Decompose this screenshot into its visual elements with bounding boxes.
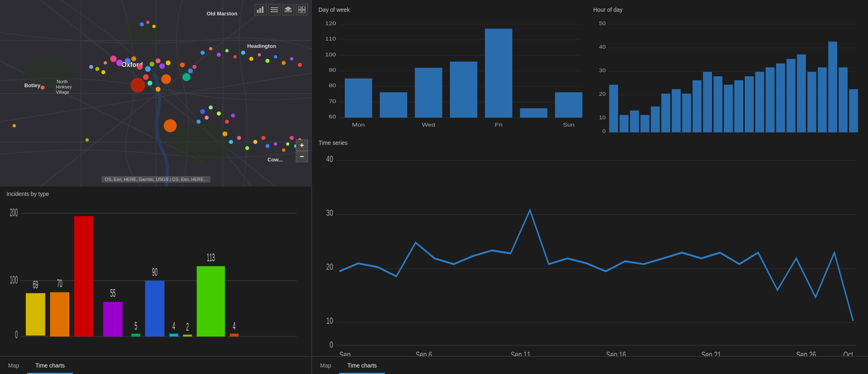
- svg-point-41: [197, 120, 201, 124]
- svg-point-50: [261, 136, 265, 140]
- svg-rect-129: [345, 78, 372, 117]
- svg-point-49: [253, 140, 257, 144]
- zoom-out-button[interactable]: −: [296, 151, 308, 162]
- svg-point-30: [156, 87, 160, 92]
- day-of-week-chart: Day of week 120 110 100 90 80 70 60: [319, 6, 587, 136]
- svg-text:60: 60: [329, 114, 336, 120]
- svg-rect-80: [271, 7, 278, 8]
- svg-point-33: [192, 65, 197, 69]
- map-svg: Old Marston Headington Oxford North Hink…: [0, 0, 312, 187]
- left-panel: Old Marston Headington Oxford North Hink…: [0, 0, 312, 374]
- svg-point-46: [229, 140, 233, 144]
- svg-rect-161: [703, 72, 712, 132]
- svg-point-15: [164, 119, 177, 132]
- svg-rect-88: [298, 10, 301, 13]
- svg-rect-167: [765, 67, 774, 132]
- svg-text:80: 80: [329, 83, 336, 88]
- svg-rect-153: [620, 115, 629, 132]
- svg-point-65: [258, 53, 261, 56]
- svg-point-39: [209, 105, 213, 110]
- svg-text:30: 30: [326, 208, 333, 218]
- svg-point-68: [282, 61, 286, 65]
- svg-rect-158: [672, 89, 681, 132]
- list-icon-btn[interactable]: [268, 4, 280, 15]
- svg-point-60: [217, 53, 221, 57]
- zoom-in-button[interactable]: +: [296, 140, 308, 151]
- svg-point-26: [159, 63, 165, 69]
- svg-text:0: 0: [602, 128, 605, 134]
- svg-point-47: [237, 136, 241, 140]
- svg-point-53: [282, 148, 285, 152]
- hour-of-day-chart: Hour of day 50 40 30 20 10 0: [593, 6, 862, 136]
- svg-text:0: 0: [609, 135, 612, 136]
- svg-text:70: 70: [329, 98, 336, 104]
- svg-rect-113: [230, 334, 239, 337]
- svg-point-64: [249, 57, 253, 61]
- svg-rect-131: [415, 68, 443, 118]
- svg-rect-159: [682, 94, 691, 132]
- svg-rect-109: [183, 335, 192, 337]
- svg-text:120: 120: [325, 20, 336, 26]
- svg-text:69: 69: [33, 278, 38, 291]
- svg-text:10: 10: [599, 114, 606, 120]
- svg-text:10: 10: [326, 316, 333, 326]
- svg-point-58: [201, 51, 205, 55]
- time-series-title: Time series: [319, 140, 862, 146]
- svg-text:55: 55: [110, 286, 115, 300]
- svg-rect-169: [787, 59, 795, 132]
- svg-rect-132: [450, 62, 477, 118]
- map-label-cow: Cow...: [267, 157, 283, 163]
- svg-text:40: 40: [326, 154, 333, 164]
- layers-icon-btn[interactable]: [282, 4, 294, 15]
- svg-point-12: [170, 122, 235, 162]
- svg-point-70: [298, 63, 302, 67]
- svg-text:110: 110: [325, 36, 336, 42]
- svg-point-45: [222, 131, 227, 136]
- chart-icon-btn[interactable]: [254, 4, 267, 15]
- svg-rect-133: [485, 29, 513, 118]
- svg-point-44: [231, 114, 235, 118]
- left-tab-bar: Map Time charts: [0, 356, 311, 374]
- left-tab-time-charts[interactable]: Time charts: [27, 358, 73, 374]
- svg-rect-174: [839, 67, 848, 132]
- svg-point-32: [188, 69, 193, 73]
- svg-point-75: [146, 21, 150, 24]
- right-charts-area: Day of week 120 110 100 90 80 70 60: [312, 0, 868, 356]
- svg-point-24: [150, 62, 154, 67]
- svg-rect-160: [693, 80, 701, 132]
- svg-point-61: [225, 49, 229, 52]
- svg-point-27: [166, 60, 171, 65]
- map-zoom-controls: + −: [296, 140, 308, 162]
- svg-point-38: [200, 109, 205, 114]
- svg-rect-166: [755, 72, 764, 132]
- svg-rect-89: [302, 10, 305, 13]
- svg-text:21: 21: [828, 135, 835, 136]
- svg-text:90: 90: [329, 67, 336, 73]
- svg-rect-79: [262, 6, 263, 13]
- svg-rect-77: [257, 10, 259, 13]
- svg-rect-81: [271, 9, 278, 10]
- top-row-charts: Day of week 120 110 100 90 80 70 60: [319, 6, 862, 136]
- left-tab-map[interactable]: Map: [0, 358, 27, 374]
- svg-point-18: [110, 56, 117, 62]
- svg-text:14: 14: [755, 135, 762, 136]
- svg-point-74: [140, 22, 144, 26]
- svg-text:Sep 16: Sep 16: [606, 350, 626, 356]
- svg-rect-168: [776, 63, 785, 132]
- svg-point-43: [225, 120, 229, 124]
- svg-rect-87: [302, 6, 305, 9]
- svg-rect-155: [640, 115, 649, 132]
- svg-rect-152: [609, 85, 618, 132]
- right-tab-time-charts[interactable]: Time charts: [339, 358, 385, 374]
- svg-point-52: [274, 142, 277, 146]
- map-attribution: OS, Esri, HERE, Garmin, USGS | OS, Esri,…: [102, 176, 211, 183]
- svg-rect-165: [745, 76, 754, 132]
- grid-icon-btn[interactable]: [296, 4, 308, 15]
- svg-rect-134: [520, 108, 547, 118]
- map-area: Old Marston Headington Oxford North Hink…: [0, 0, 312, 187]
- day-of-week-title: Day of week: [319, 6, 587, 13]
- svg-point-23: [145, 66, 151, 72]
- svg-rect-172: [818, 67, 827, 132]
- svg-text:40: 40: [599, 44, 606, 50]
- right-tab-map[interactable]: Map: [312, 358, 339, 374]
